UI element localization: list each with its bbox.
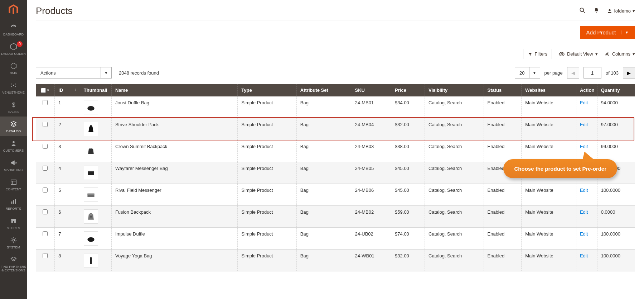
table-row[interactable]: 3Crown Summit BackpackSimple ProductBag2…: [36, 140, 635, 162]
add-product-split-caret[interactable]: ▼: [621, 30, 629, 34]
row-checkbox[interactable]: [43, 100, 48, 105]
sidebar-item-stores[interactable]: STORES: [0, 213, 27, 233]
cell-attribute-set: Bag: [296, 140, 351, 162]
row-checkbox[interactable]: [43, 166, 48, 171]
sidebar-item-customers[interactable]: CUSTOMERS: [0, 136, 27, 155]
col-header-checkbox[interactable]: ▼: [36, 84, 55, 96]
prev-page-button[interactable]: ◀: [567, 67, 579, 79]
col-header-price[interactable]: Price: [391, 84, 425, 96]
select-all-checkbox[interactable]: [41, 88, 46, 93]
cell-action: Edit: [576, 250, 597, 271]
sidebar-item-catalog[interactable]: CATALOG: [0, 117, 27, 136]
edit-link[interactable]: Edit: [580, 253, 588, 258]
cell-type: Simple Product: [238, 250, 296, 271]
cell-thumbnail: [80, 184, 111, 206]
cell-quantity: 100.0000: [597, 250, 635, 271]
edit-link[interactable]: Edit: [580, 144, 588, 149]
sidebar-label: MARKETING: [4, 168, 23, 172]
add-product-button[interactable]: Add Product ▼: [580, 26, 635, 39]
product-thumbnail: [84, 144, 98, 158]
col-header-name[interactable]: Name: [111, 84, 237, 96]
sidebar-item-partners[interactable]: FIND PARTNERS & EXTENSIONS: [0, 252, 27, 275]
sidebar-label: LANDOFCODER: [1, 52, 26, 56]
next-page-button[interactable]: ▶: [623, 67, 635, 79]
sidebar-item-system[interactable]: SYSTEM: [0, 233, 27, 252]
col-header-id[interactable]: ID↓: [55, 84, 80, 96]
table-row[interactable]: 1Joust Duffle BagSimple ProductBag24-MB0…: [36, 96, 635, 118]
cell-visibility: Catalog, Search: [425, 162, 484, 184]
table-row[interactable]: 8Voyage Yoga BagSimple ProductBag24-WB01…: [36, 250, 635, 271]
cell-name: Rival Field Messenger: [111, 184, 237, 206]
sidebar-item-venustheme[interactable]: VENUSTHEME: [0, 78, 27, 97]
col-header-visibility[interactable]: Visibility: [425, 84, 484, 96]
action-bar: Add Product ▼: [36, 20, 635, 44]
magento-logo[interactable]: [0, 0, 27, 20]
filters-button[interactable]: Filters: [523, 49, 552, 59]
col-header-quantity[interactable]: Quantity: [597, 84, 635, 96]
default-view-dropdown[interactable]: Default View ▾: [558, 51, 598, 57]
sidebar-label: CATALOG: [6, 129, 21, 133]
col-header-status[interactable]: Status: [484, 84, 522, 96]
cell-visibility: Catalog, Search: [425, 206, 484, 228]
col-header-thumbnail[interactable]: Thumbnail: [80, 84, 111, 96]
sidebar-item-content[interactable]: CONTENT: [0, 175, 27, 194]
user-dropdown[interactable]: lofdemo ▾: [607, 8, 635, 14]
cell-name: Fusion Backpack: [111, 206, 237, 228]
svg-point-4: [15, 86, 16, 87]
svg-point-13: [609, 9, 610, 11]
cell-quantity: 97.0000: [597, 118, 635, 140]
col-header-action[interactable]: Action: [576, 84, 597, 96]
admin-sidebar: DASHBOARD LANDOFCODER 0 RMA VENUSTHEME $…: [0, 0, 27, 282]
table-row[interactable]: 2Strive Shoulder PackSimple ProductBag24…: [36, 118, 635, 140]
table-row[interactable]: 5Rival Field MessengerSimple ProductBag2…: [36, 184, 635, 206]
columns-dropdown[interactable]: Columns ▾: [604, 51, 635, 57]
cell-quantity: 100.0000: [597, 228, 635, 250]
edit-link[interactable]: Edit: [580, 122, 588, 127]
cell-price: $32.00: [391, 250, 425, 271]
cell-thumbnail: [80, 140, 111, 162]
col-header-websites[interactable]: Websites: [522, 84, 576, 96]
cell-sku: 24-MB02: [351, 206, 391, 228]
sidebar-item-rma[interactable]: RMA: [0, 58, 27, 78]
sidebar-item-reports[interactable]: REPORTS: [0, 194, 27, 213]
page-number-input[interactable]: [584, 67, 601, 79]
cell-websites: Main Website: [522, 140, 576, 162]
user-name: lofdemo: [614, 8, 631, 14]
cell-type: Simple Product: [238, 118, 296, 140]
edit-link[interactable]: Edit: [580, 209, 588, 215]
row-checkbox[interactable]: [43, 144, 48, 149]
sidebar-label: REPORTS: [6, 207, 21, 210]
edit-link[interactable]: Edit: [580, 100, 588, 105]
actions-dropdown[interactable]: Actions ▼: [36, 67, 112, 79]
cell-sku: 24-MB01: [351, 96, 391, 118]
sidebar-item-sales[interactable]: $ SALES: [0, 97, 27, 117]
callout-text: Choose the product to set Pre-order: [514, 166, 606, 172]
per-page-select[interactable]: 20 ▼: [515, 67, 540, 79]
row-checkbox[interactable]: [43, 253, 48, 258]
col-header-attribute-set[interactable]: Attribute Set: [296, 84, 351, 96]
col-header-sku[interactable]: SKU: [351, 84, 391, 96]
table-header-row: ▼ ID↓ Thumbnail Name Type Attribute Set …: [36, 84, 635, 96]
search-icon[interactable]: [579, 7, 586, 15]
edit-link[interactable]: Edit: [580, 188, 588, 193]
cell-name: Wayfarer Messenger Bag: [111, 162, 237, 184]
svg-rect-19: [88, 171, 94, 172]
svg-text:$: $: [12, 101, 15, 108]
cell-action: Edit: [576, 96, 597, 118]
row-checkbox[interactable]: [43, 122, 48, 127]
sidebar-item-marketing[interactable]: MARKETING: [0, 155, 27, 175]
col-header-type[interactable]: Type: [238, 84, 296, 96]
table-row[interactable]: 6Fusion BackpackSimple ProductBag24-MB02…: [36, 206, 635, 228]
edit-link[interactable]: Edit: [580, 231, 588, 237]
sidebar-item-landofcoder[interactable]: LANDOFCODER 0: [0, 39, 27, 58]
svg-point-6: [13, 141, 15, 143]
stores-icon: [10, 217, 18, 225]
row-checkbox[interactable]: [43, 188, 48, 193]
sidebar-item-dashboard[interactable]: DASHBOARD: [0, 20, 27, 39]
row-checkbox[interactable]: [43, 231, 48, 236]
sidebar-badge: 0: [17, 41, 23, 47]
table-row[interactable]: 7Impulse DuffleSimple ProductBag24-UB02$…: [36, 228, 635, 250]
cell-thumbnail: [80, 162, 111, 184]
bell-icon[interactable]: [593, 7, 600, 15]
row-checkbox[interactable]: [43, 209, 48, 214]
